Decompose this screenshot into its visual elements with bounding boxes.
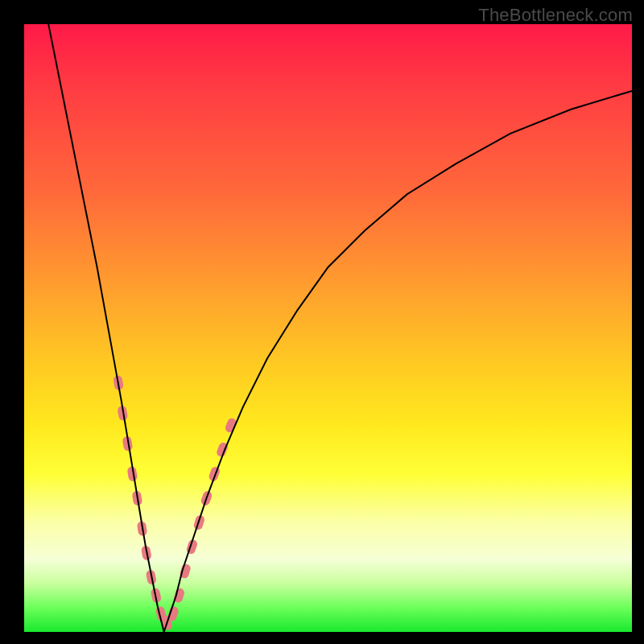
curve-left-branch	[48, 24, 164, 632]
plot-area	[24, 24, 632, 632]
beads-group	[113, 375, 237, 631]
bead-marker	[208, 465, 221, 482]
curve-right-branch	[164, 91, 632, 632]
watermark-text: TheBottleneck.com	[478, 5, 633, 26]
curve-layer	[24, 24, 632, 632]
chart-frame: TheBottleneck.com	[0, 0, 644, 644]
